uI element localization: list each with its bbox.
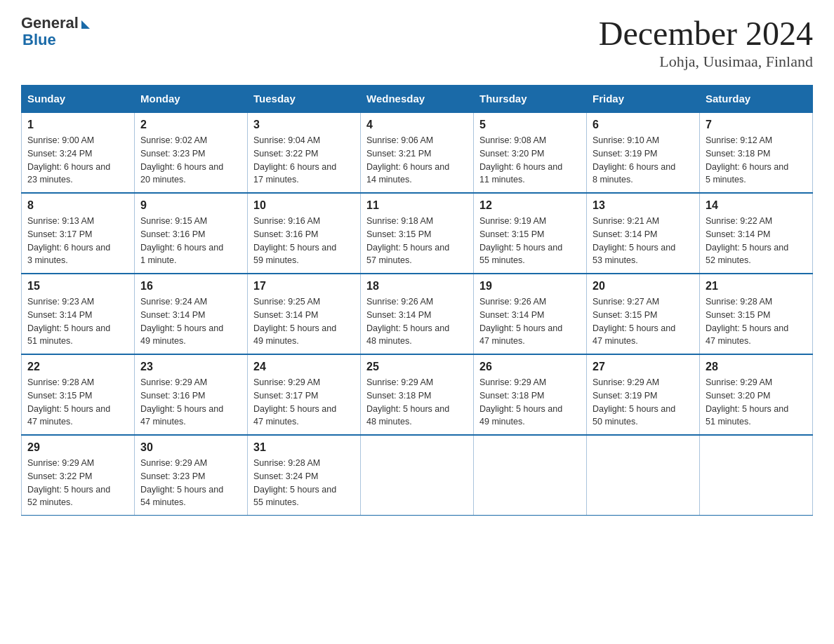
week-row-3: 15 Sunrise: 9:23 AM Sunset: 3:14 PM Dayl… [22, 274, 813, 354]
day-detail: Sunrise: 9:29 AM Sunset: 3:23 PM Dayligh… [140, 457, 241, 509]
table-row [587, 435, 700, 516]
day-number: 24 [253, 361, 355, 373]
day-detail: Sunrise: 9:25 AM Sunset: 3:14 PM Dayligh… [253, 295, 355, 348]
table-row: 9 Sunrise: 9:15 AM Sunset: 3:16 PM Dayli… [135, 193, 248, 274]
header: General Blue December 2024 Lohja, Uusima… [21, 14, 813, 71]
day-detail: Sunrise: 9:08 AM Sunset: 3:20 PM Dayligh… [479, 134, 581, 187]
table-row: 2 Sunrise: 9:02 AM Sunset: 3:23 PM Dayli… [135, 112, 248, 193]
day-detail: Sunrise: 9:29 AM Sunset: 3:22 PM Dayligh… [27, 457, 128, 509]
table-row: 19 Sunrise: 9:26 AM Sunset: 3:14 PM Dayl… [474, 274, 587, 354]
table-row: 15 Sunrise: 9:23 AM Sunset: 3:14 PM Dayl… [22, 274, 135, 354]
table-row: 18 Sunrise: 9:26 AM Sunset: 3:14 PM Dayl… [361, 274, 474, 354]
day-number: 28 [706, 361, 807, 373]
day-number: 4 [366, 119, 468, 131]
table-row: 29 Sunrise: 9:29 AM Sunset: 3:22 PM Dayl… [22, 435, 135, 516]
day-detail: Sunrise: 9:12 AM Sunset: 3:18 PM Dayligh… [706, 134, 807, 187]
table-row: 26 Sunrise: 9:29 AM Sunset: 3:18 PM Dayl… [474, 354, 587, 435]
week-row-2: 8 Sunrise: 9:13 AM Sunset: 3:17 PM Dayli… [22, 193, 813, 274]
day-detail: Sunrise: 9:21 AM Sunset: 3:14 PM Dayligh… [593, 215, 694, 267]
day-detail: Sunrise: 9:02 AM Sunset: 3:23 PM Dayligh… [140, 134, 241, 187]
week-row-1: 1 Sunrise: 9:00 AM Sunset: 3:24 PM Dayli… [22, 112, 813, 193]
week-row-4: 22 Sunrise: 9:28 AM Sunset: 3:15 PM Dayl… [22, 354, 813, 435]
table-row: 7 Sunrise: 9:12 AM Sunset: 3:18 PM Dayli… [700, 112, 813, 193]
day-detail: Sunrise: 9:29 AM Sunset: 3:19 PM Dayligh… [593, 376, 694, 429]
day-number: 19 [479, 280, 581, 293]
table-row: 25 Sunrise: 9:29 AM Sunset: 3:18 PM Dayl… [361, 354, 474, 435]
col-friday: Friday [587, 86, 700, 113]
day-number: 7 [706, 119, 807, 131]
day-detail: Sunrise: 9:00 AM Sunset: 3:24 PM Dayligh… [27, 134, 128, 187]
day-detail: Sunrise: 9:27 AM Sunset: 3:15 PM Dayligh… [593, 295, 694, 348]
day-detail: Sunrise: 9:29 AM Sunset: 3:18 PM Dayligh… [366, 376, 468, 429]
table-row: 16 Sunrise: 9:24 AM Sunset: 3:14 PM Dayl… [135, 274, 248, 354]
logo-blue-text: Blue [22, 31, 56, 49]
table-row: 5 Sunrise: 9:08 AM Sunset: 3:20 PM Dayli… [474, 112, 587, 193]
col-wednesday: Wednesday [361, 86, 474, 113]
day-number: 14 [706, 199, 807, 212]
day-detail: Sunrise: 9:10 AM Sunset: 3:19 PM Dayligh… [593, 134, 694, 187]
table-row: 24 Sunrise: 9:29 AM Sunset: 3:17 PM Dayl… [248, 354, 361, 435]
day-detail: Sunrise: 9:04 AM Sunset: 3:22 PM Dayligh… [253, 134, 355, 187]
title-block: December 2024 Lohja, Uusimaa, Finland [599, 14, 813, 71]
day-number: 26 [479, 361, 581, 373]
table-row: 30 Sunrise: 9:29 AM Sunset: 3:23 PM Dayl… [135, 435, 248, 516]
table-row: 10 Sunrise: 9:16 AM Sunset: 3:16 PM Dayl… [248, 193, 361, 274]
table-row: 13 Sunrise: 9:21 AM Sunset: 3:14 PM Dayl… [587, 193, 700, 274]
table-row: 23 Sunrise: 9:29 AM Sunset: 3:16 PM Dayl… [135, 354, 248, 435]
day-detail: Sunrise: 9:29 AM Sunset: 3:18 PM Dayligh… [479, 376, 581, 429]
day-detail: Sunrise: 9:18 AM Sunset: 3:15 PM Dayligh… [366, 215, 468, 267]
col-saturday: Saturday [700, 86, 813, 113]
day-number: 16 [140, 280, 241, 293]
table-row: 8 Sunrise: 9:13 AM Sunset: 3:17 PM Dayli… [22, 193, 135, 274]
day-number: 20 [593, 280, 694, 293]
day-detail: Sunrise: 9:29 AM Sunset: 3:17 PM Dayligh… [253, 376, 355, 429]
day-number: 9 [140, 199, 241, 212]
day-detail: Sunrise: 9:15 AM Sunset: 3:16 PM Dayligh… [140, 215, 241, 267]
day-number: 2 [140, 119, 241, 131]
day-detail: Sunrise: 9:16 AM Sunset: 3:16 PM Dayligh… [253, 215, 355, 267]
day-detail: Sunrise: 9:28 AM Sunset: 3:24 PM Dayligh… [253, 457, 355, 509]
table-row: 12 Sunrise: 9:19 AM Sunset: 3:15 PM Dayl… [474, 193, 587, 274]
day-detail: Sunrise: 9:29 AM Sunset: 3:16 PM Dayligh… [140, 376, 241, 429]
week-row-5: 29 Sunrise: 9:29 AM Sunset: 3:22 PM Dayl… [22, 435, 813, 516]
day-detail: Sunrise: 9:28 AM Sunset: 3:15 PM Dayligh… [706, 295, 807, 348]
day-detail: Sunrise: 9:22 AM Sunset: 3:14 PM Dayligh… [706, 215, 807, 267]
day-number: 18 [366, 280, 468, 293]
day-number: 25 [366, 361, 468, 373]
day-number: 3 [253, 119, 355, 131]
day-number: 22 [27, 361, 128, 373]
day-number: 17 [253, 280, 355, 293]
table-row [361, 435, 474, 516]
table-row: 11 Sunrise: 9:18 AM Sunset: 3:15 PM Dayl… [361, 193, 474, 274]
day-number: 13 [593, 199, 694, 212]
table-row: 4 Sunrise: 9:06 AM Sunset: 3:21 PM Dayli… [361, 112, 474, 193]
table-row: 27 Sunrise: 9:29 AM Sunset: 3:19 PM Dayl… [587, 354, 700, 435]
day-number: 6 [593, 119, 694, 131]
day-detail: Sunrise: 9:13 AM Sunset: 3:17 PM Dayligh… [27, 215, 128, 267]
table-row: 20 Sunrise: 9:27 AM Sunset: 3:15 PM Dayl… [587, 274, 700, 354]
table-row [700, 435, 813, 516]
header-row: Sunday Monday Tuesday Wednesday Thursday… [22, 86, 813, 113]
day-detail: Sunrise: 9:19 AM Sunset: 3:15 PM Dayligh… [479, 215, 581, 267]
table-row: 3 Sunrise: 9:04 AM Sunset: 3:22 PM Dayli… [248, 112, 361, 193]
calendar-table: Sunday Monday Tuesday Wednesday Thursday… [21, 85, 813, 516]
col-sunday: Sunday [22, 86, 135, 113]
day-number: 15 [27, 280, 128, 293]
table-row: 21 Sunrise: 9:28 AM Sunset: 3:15 PM Dayl… [700, 274, 813, 354]
calendar-title: December 2024 [599, 14, 813, 53]
day-number: 10 [253, 199, 355, 212]
day-number: 21 [706, 280, 807, 293]
logo-general-text: General [21, 14, 79, 32]
day-detail: Sunrise: 9:26 AM Sunset: 3:14 PM Dayligh… [479, 295, 581, 348]
col-thursday: Thursday [474, 86, 587, 113]
day-number: 30 [140, 441, 241, 454]
table-row: 1 Sunrise: 9:00 AM Sunset: 3:24 PM Dayli… [22, 112, 135, 193]
table-row: 31 Sunrise: 9:28 AM Sunset: 3:24 PM Dayl… [248, 435, 361, 516]
day-number: 12 [479, 199, 581, 212]
day-detail: Sunrise: 9:24 AM Sunset: 3:14 PM Dayligh… [140, 295, 241, 348]
day-detail: Sunrise: 9:28 AM Sunset: 3:15 PM Dayligh… [27, 376, 128, 429]
table-row: 17 Sunrise: 9:25 AM Sunset: 3:14 PM Dayl… [248, 274, 361, 354]
day-number: 27 [593, 361, 694, 373]
day-number: 23 [140, 361, 241, 373]
day-number: 5 [479, 119, 581, 131]
